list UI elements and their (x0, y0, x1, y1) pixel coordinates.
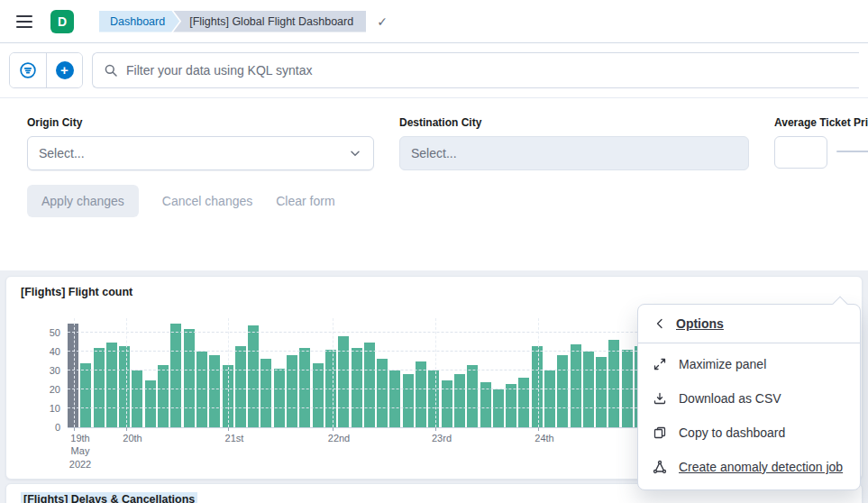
flight-count-bar (442, 380, 452, 428)
flight-count-bar (518, 378, 529, 427)
check-icon[interactable]: ✓ (377, 14, 388, 29)
x-gridline (74, 318, 75, 427)
destination-city-select[interactable]: Select... (399, 136, 749, 170)
flight-count-bar (493, 389, 504, 427)
x-tick-mark (538, 427, 539, 431)
dashboard-controls-panel: Origin City Select... Destination City S… (0, 97, 868, 270)
clear-form-button[interactable]: Clear form (276, 194, 334, 208)
flight-count-bar (416, 361, 426, 428)
add-filter-button[interactable]: + (46, 53, 82, 87)
flight-count-bar (596, 357, 607, 427)
avg-ticket-price-label: Average Ticket Price (774, 116, 868, 129)
menu-item-download-csv[interactable]: Download as CSV (638, 381, 860, 416)
filter-button-group: + (9, 52, 83, 88)
apply-changes-button[interactable]: Apply changes (27, 185, 139, 217)
flight-count-bar (313, 363, 324, 427)
destination-city-label: Destination City (399, 116, 749, 129)
x-axis-label: 24th (535, 432, 553, 444)
x-gridline (126, 318, 127, 427)
menu-item-create-anomaly-job[interactable]: Create anomaly detection job (638, 450, 860, 484)
destination-city-value: Select... (411, 146, 457, 160)
flight-count-bar (274, 369, 285, 427)
flight-count-bar (608, 340, 619, 427)
flight-count-bar (132, 370, 142, 427)
price-min-input[interactable] (774, 136, 827, 169)
chevron-down-icon (348, 146, 362, 160)
chevron-left-icon (653, 316, 667, 331)
x-axis-label: 23rd (432, 432, 452, 444)
menu-hamburger-icon[interactable] (9, 6, 40, 37)
maximize-icon (653, 357, 667, 371)
flight-count-bar (106, 343, 117, 428)
x-gridline (538, 318, 539, 427)
flight-count-bar (94, 348, 105, 427)
filter-circle-icon (19, 61, 37, 79)
flight-count-bar (364, 343, 375, 428)
top-header: D Dashboard [Flights] Global Flight Dash… (0, 0, 868, 43)
kql-search-input[interactable] (126, 63, 848, 78)
download-icon (653, 391, 667, 406)
y-axis-label: 40 (35, 346, 60, 357)
flight-count-bar (557, 355, 568, 427)
flight-count-bar (209, 355, 220, 427)
x-gridline (435, 318, 436, 427)
cancel-changes-button[interactable]: Cancel changes (162, 194, 252, 208)
flight-count-bar (158, 365, 169, 427)
search-icon (104, 63, 118, 78)
menu-item-maximize-panel[interactable]: Maximize panel (638, 347, 860, 381)
flight-count-bar (454, 374, 465, 427)
flight-count-bar (68, 324, 78, 428)
flight-count-bar (235, 346, 246, 427)
flight-count-bar (571, 344, 581, 427)
flight-count-bar (299, 348, 310, 427)
flight-count-bar (403, 374, 414, 427)
breadcrumb-dashboard[interactable]: Dashboard (99, 11, 179, 32)
flight-count-bar (467, 365, 478, 427)
flight-count-bar (352, 348, 362, 427)
y-axis-label: 50 (35, 327, 60, 338)
x-axis-label: 20th (123, 432, 142, 444)
y-axis-label: 0 (35, 422, 60, 433)
origin-city-control: Origin City Select... (27, 116, 374, 170)
x-gridline (228, 318, 229, 427)
x-gridline (333, 318, 333, 427)
flight-count-bar (506, 384, 516, 427)
flight-count-bar (80, 363, 91, 427)
origin-city-select[interactable]: Select... (27, 136, 374, 170)
deployment-logo[interactable]: D (50, 10, 74, 33)
x-axis-label: 21st (225, 432, 244, 444)
panel-options-popover: Options Maximize panel Download as CSV C… (637, 304, 861, 490)
avg-ticket-price-control: Average Ticket Price 10 (774, 116, 868, 170)
price-range-slider[interactable]: 10 (836, 151, 868, 152)
slider-track (836, 151, 868, 152)
flight-count-bar (532, 346, 543, 427)
flight-count-bar (184, 329, 195, 427)
x-axis-label: 19th May 2022 (69, 432, 91, 471)
x-axis-label: 22nd (328, 432, 350, 444)
x-tick-mark (333, 427, 333, 431)
y-axis-label: 20 (35, 384, 60, 395)
flight-count-panel-title[interactable]: [Flights] Flight count (6, 277, 862, 298)
flight-count-bar (583, 352, 594, 427)
kql-search-field (92, 52, 859, 88)
menu-item-copy-to-dashboard[interactable]: Copy to dashboard (638, 416, 860, 450)
x-tick-mark (228, 427, 229, 431)
query-bar: + (0, 43, 868, 97)
options-back-button[interactable]: Options (638, 305, 860, 343)
flight-count-bar (248, 325, 259, 427)
x-tick-mark (126, 427, 127, 431)
flight-count-bar (196, 352, 207, 427)
flight-count-bar (544, 370, 555, 427)
flight-count-bar (428, 370, 439, 427)
origin-city-label: Origin City (27, 116, 374, 129)
origin-city-value: Select... (39, 146, 85, 160)
copy-icon (653, 425, 667, 440)
flight-count-bar (389, 370, 400, 427)
saved-query-menu-button[interactable] (10, 53, 46, 87)
flight-count-bar (287, 355, 297, 427)
options-title: Options (676, 316, 724, 331)
x-tick-mark (74, 427, 75, 431)
breadcrumb-page-title[interactable]: [Flights] Global Flight Dashboard (173, 11, 366, 32)
machine-learning-icon (653, 460, 667, 474)
y-axis-label: 10 (35, 403, 60, 414)
